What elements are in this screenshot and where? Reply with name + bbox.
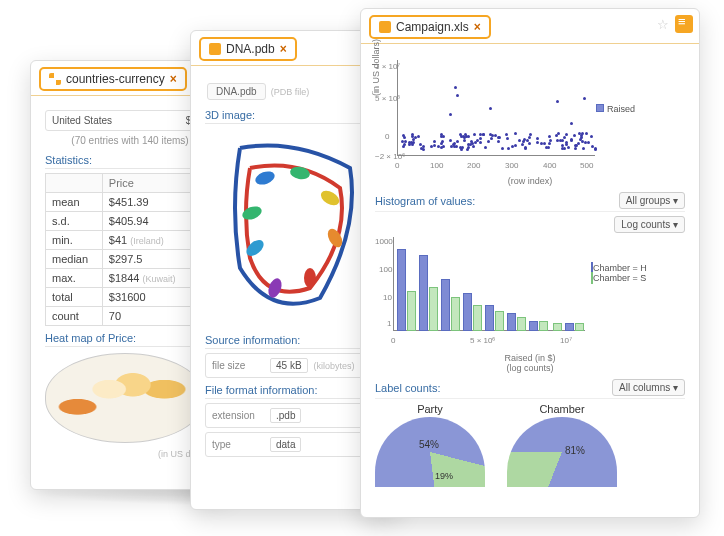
hist-legend: Chamber = H Chamber = S [591,263,647,283]
file-icon [379,21,391,33]
stats-table: Price mean$451.39 s.d.$405.94 min.$41 (I… [45,173,195,326]
file-icon [209,43,221,55]
columns-dropdown[interactable]: All columns ▾ [612,379,685,396]
table-row: s.d.$405.94 [46,212,195,231]
world-heatmap [45,353,205,443]
hist-x-label: Raised (in $) (log counts) [375,353,685,373]
svg-point-2 [318,188,341,208]
tab-countries[interactable]: countries-currency × [39,67,187,91]
country-name: United States [52,115,112,126]
svg-point-7 [241,204,264,222]
table-row: count70 [46,307,195,326]
table-row: mean$451.39 [46,193,195,212]
pie-party: Party 54% 19% [375,403,485,487]
tab-bar: Campaign.xls × [361,9,699,44]
section-3d: 3D image: [205,109,385,124]
file-chip[interactable]: DNA.pdb [207,83,266,100]
dna-3d-image [210,128,380,328]
section-histogram: Histogram of values: [375,195,475,207]
section-labels: Label counts: [375,382,440,394]
log-dropdown[interactable]: Log counts ▾ [614,216,685,233]
ext-row: extension.pdb [205,403,385,428]
section-format: File format information: [205,384,385,399]
pie-chamber: Chamber 81% [507,403,617,487]
tab-dna[interactable]: DNA.pdb × [199,37,297,61]
star-icon[interactable]: ☆ [657,17,669,32]
scatter-plot: (in US dollars) 1 × 10⁷ 5 × 10⁶ 0 −2 × 1… [375,60,635,170]
grid-icon [49,73,61,85]
window-campaign: ☆ Campaign.xls × (in US dollars) 1 × 10⁷… [360,8,700,518]
section-source: Source information: [205,334,385,349]
tab-label: Campaign.xls [396,20,469,34]
tab-label: DNA.pdb [226,42,275,56]
table-row: max.$1844 (Kuwait) [46,269,195,288]
file-type: (PDB file) [271,87,310,97]
svg-point-0 [254,169,277,187]
histogram: 1000 100 10 1 0 5 × 10⁶ 10⁷ [375,237,585,347]
filesize-row: file size 45 kB (kilobytes) [205,353,385,378]
x-axis-label: (row index) [375,176,685,186]
table-row: min.$41 (Ireland) [46,231,195,250]
col-price: Price [102,174,194,193]
tab-campaign[interactable]: Campaign.xls × [369,15,491,39]
tab-label: countries-currency [66,72,165,86]
scatter-legend: Raised [596,104,635,114]
menu-icon[interactable] [675,15,693,33]
table-row: total$31600 [46,288,195,307]
table-row: median$297.5 [46,250,195,269]
close-icon[interactable]: × [280,42,287,56]
type-row: typedata [205,432,385,457]
svg-point-4 [304,268,316,288]
groups-dropdown[interactable]: All groups ▾ [619,192,685,209]
close-icon[interactable]: × [474,20,481,34]
close-icon[interactable]: × [170,72,177,86]
